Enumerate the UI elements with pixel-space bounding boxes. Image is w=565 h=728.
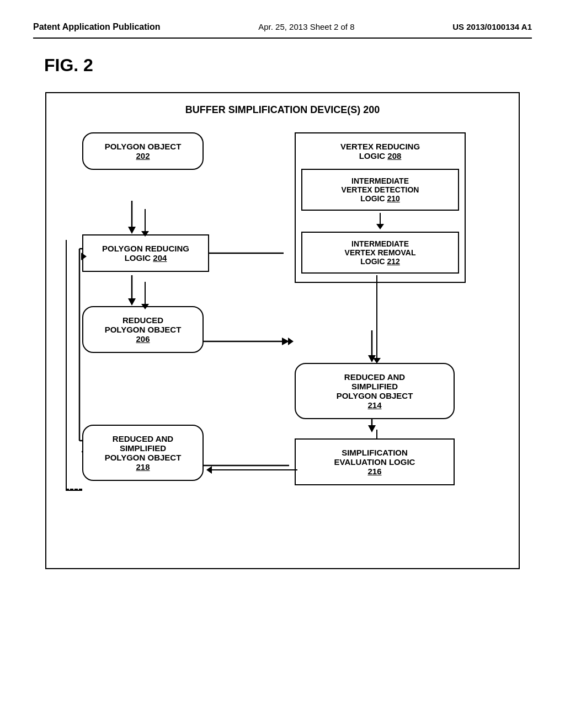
arrow-down-vr-214 [373,275,381,363]
arrow-down-po-pr [141,209,149,237]
reduced-simplified-214-box: REDUCED ANDSIMPLIFIEDPOLYGON OBJECT214 [295,363,455,419]
feedback-dashed [66,489,82,490]
page: Patent Application Publication Apr. 25, … [0,0,565,728]
arrow-po-to-pr [141,207,149,239]
intermediate-removal: INTERMEDIATEVERTEX REMOVALLOGIC 212 [301,232,459,274]
header-left: Patent Application Publication [33,22,161,32]
vertex-reducing-number: 208 [387,151,401,160]
intermediate-detection-number: 210 [387,194,399,203]
arrow-vr-to-214 [373,273,381,366]
intermediate-detection: INTERMEDIATEVERTEX DETECTIONLOGIC 210 [301,169,459,211]
simplification-eval-number: 216 [367,467,381,476]
vertex-reducing-logic-container: VERTEX REDUCINGLOGIC 208 INTERMEDIATEVER… [295,132,466,283]
arrow-rp-to-right [205,338,294,345]
polygon-object: POLYGON OBJECT 202 [82,132,204,170]
head-pr-rp [141,304,149,309]
feedback-arrow [81,253,87,260]
intermediate-removal-label: INTERMEDIATEVERTEX REMOVALLOGIC [345,239,416,266]
reduced-simplified-218-number: 218 [136,462,150,472]
reduced-simplified-214: REDUCED ANDSIMPLIFIEDPOLYGON OBJECT214 [295,363,455,419]
diagram-container: BUFFER SIMPLIFICATION DEVICE(S) 200 [45,92,520,569]
polygon-object-number: 202 [136,151,150,160]
arrow-down-pr-rp [141,282,149,309]
header: Patent Application Publication Apr. 25, … [33,22,532,39]
line-pr-rp [145,282,146,304]
intermediate-removal-number: 212 [387,257,399,266]
reduced-simplified-214-label: REDUCED ANDSIMPLIFIEDPOLYGON OBJECT [337,372,413,400]
polygon-object-box: POLYGON OBJECT 202 [82,132,204,170]
vertex-reducing-title: VERTEX REDUCINGLOGIC 208 [301,142,459,160]
vertex-reducing-outer: VERTEX REDUCINGLOGIC 208 INTERMEDIATEVER… [295,132,471,283]
simplification-eval-label: SIMPLIFICATIONEVALUATION LOGIC [334,448,415,467]
reduced-polygon-box: REDUCEDPOLYGON OBJECT206 [82,306,204,353]
simplification-eval-box: SIMPLIFICATIONEVALUATION LOGIC216 [295,438,455,485]
arrow-216-to-218 [206,466,297,474]
head-vr-214 [373,358,381,363]
head-po-pr [141,231,149,237]
arrow-horizontal-line [212,469,297,470]
arrow-line [380,213,381,224]
arrow-head [376,224,384,229]
reduced-simplified-218: REDUCED ANDSIMPLIFIEDPOLYGON OBJECT218 [82,425,204,481]
diagram-title: BUFFER SIMPLIFICATION DEVICE(S) 200 [57,104,508,116]
reduced-polygon-label: REDUCEDPOLYGON OBJECT [105,315,182,334]
reduced-simplified-214-number: 214 [367,400,381,410]
line-po-pr [145,209,146,231]
reduced-simplified-218-label: REDUCED ANDSIMPLIFIEDPOLYGON OBJECT [105,434,182,462]
diagram-body: POLYGON OBJECT 202 POLYGON REDUCINGLOGIC… [57,127,508,557]
arrow-h-head-rp [288,338,294,345]
reduced-polygon: REDUCEDPOLYGON OBJECT206 [82,306,204,353]
header-center: Apr. 25, 2013 Sheet 2 of 8 [258,22,354,31]
arrow-pr-to-rp [141,280,149,312]
feedback-loop-bracket [66,240,82,491]
line-vr-214 [376,275,377,358]
feedback-arrow-head [81,253,87,260]
arrow-detection-to-removal [301,213,459,229]
polygon-object-label: POLYGON OBJECT [105,142,182,151]
reduced-polygon-number: 206 [136,334,150,344]
arrow-h-line-rp [205,341,288,342]
polygon-reducing-box: POLYGON REDUCINGLOGIC 204 [82,234,209,272]
header-right: US 2013/0100134 A1 [452,22,532,31]
simplification-eval: SIMPLIFICATIONEVALUATION LOGIC216 [295,438,455,485]
intermediate-detection-label: INTERMEDIATEVERTEX DETECTIONLOGIC [342,176,419,203]
polygon-reducing-number: 204 [153,253,167,263]
reduced-simplified-218-box: REDUCED ANDSIMPLIFIEDPOLYGON OBJECT218 [82,425,204,481]
vertex-reducing-label: VERTEX REDUCINGLOGIC [340,142,420,160]
arrow-head-left [206,466,212,474]
polygon-reducing-label: POLYGON REDUCINGLOGIC [102,244,189,263]
polygon-reducing: POLYGON REDUCINGLOGIC 204 [82,234,209,272]
figure-title: FIG. 2 [44,55,532,76]
